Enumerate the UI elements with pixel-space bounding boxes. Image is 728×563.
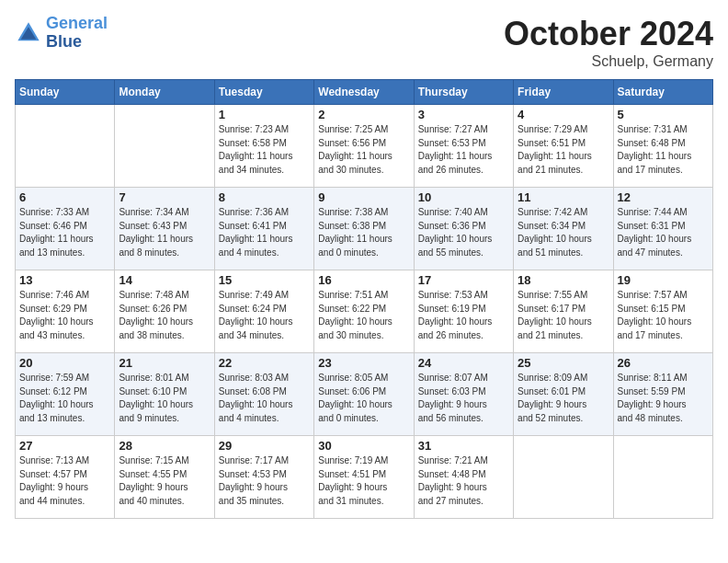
day-info: Sunrise: 7:36 AM Sunset: 6:41 PM Dayligh…: [219, 206, 310, 259]
day-number: 17: [418, 273, 509, 287]
calendar-cell: [514, 436, 613, 519]
day-number: 13: [19, 273, 110, 287]
day-number: 12: [618, 190, 709, 204]
calendar-cell: 17Sunrise: 7:53 AM Sunset: 6:19 PM Dayli…: [414, 270, 513, 353]
calendar-cell: 5Sunrise: 7:31 AM Sunset: 6:48 PM Daylig…: [613, 105, 712, 188]
calendar-cell: 18Sunrise: 7:55 AM Sunset: 6:17 PM Dayli…: [514, 270, 613, 353]
day-info: Sunrise: 7:17 AM Sunset: 4:53 PM Dayligh…: [219, 454, 310, 508]
day-number: 15: [219, 273, 310, 287]
weekday-header: Friday: [514, 80, 613, 105]
day-info: Sunrise: 8:01 AM Sunset: 6:10 PM Dayligh…: [119, 372, 210, 425]
day-number: 25: [518, 356, 609, 370]
location: Schuelp, Germany: [504, 53, 713, 70]
calendar-cell: 26Sunrise: 8:11 AM Sunset: 5:59 PM Dayli…: [613, 353, 712, 436]
day-info: Sunrise: 7:33 AM Sunset: 6:46 PM Dayligh…: [19, 206, 110, 259]
calendar-header: SundayMondayTuesdayWednesdayThursdayFrid…: [16, 80, 713, 105]
day-number: 8: [219, 190, 310, 204]
day-number: 4: [518, 108, 609, 121]
day-info: Sunrise: 7:42 AM Sunset: 6:34 PM Dayligh…: [518, 206, 609, 259]
day-info: Sunrise: 8:03 AM Sunset: 6:08 PM Dayligh…: [219, 372, 310, 425]
day-info: Sunrise: 7:57 AM Sunset: 6:15 PM Dayligh…: [618, 289, 709, 342]
day-number: 19: [618, 273, 709, 287]
day-number: 29: [219, 439, 310, 453]
day-info: Sunrise: 7:49 AM Sunset: 6:24 PM Dayligh…: [219, 289, 310, 342]
day-info: Sunrise: 7:46 AM Sunset: 6:29 PM Dayligh…: [19, 289, 110, 342]
day-number: 14: [119, 273, 210, 287]
day-info: Sunrise: 8:11 AM Sunset: 5:59 PM Dayligh…: [618, 372, 709, 425]
day-info: Sunrise: 7:31 AM Sunset: 6:48 PM Dayligh…: [618, 123, 709, 177]
day-number: 2: [318, 108, 409, 121]
weekday-header: Saturday: [613, 80, 712, 105]
calendar-cell: [613, 436, 712, 519]
calendar-cell: 8Sunrise: 7:36 AM Sunset: 6:41 PM Daylig…: [214, 188, 313, 270]
day-info: Sunrise: 8:09 AM Sunset: 6:01 PM Dayligh…: [518, 372, 609, 425]
day-number: 9: [318, 190, 409, 204]
day-info: Sunrise: 7:13 AM Sunset: 4:57 PM Dayligh…: [19, 454, 110, 508]
calendar-cell: 2Sunrise: 7:25 AM Sunset: 6:56 PM Daylig…: [314, 105, 414, 188]
calendar-cell: 16Sunrise: 7:51 AM Sunset: 6:22 PM Dayli…: [314, 270, 414, 353]
day-number: 23: [318, 356, 409, 370]
calendar-cell: 13Sunrise: 7:46 AM Sunset: 6:29 PM Dayli…: [16, 270, 115, 353]
calendar-cell: 4Sunrise: 7:29 AM Sunset: 6:51 PM Daylig…: [514, 105, 613, 188]
page-header: General Blue October 2024 Schuelp, Germa…: [15, 15, 713, 70]
day-number: 21: [119, 356, 210, 370]
day-info: Sunrise: 7:23 AM Sunset: 6:58 PM Dayligh…: [219, 123, 310, 177]
day-info: Sunrise: 7:55 AM Sunset: 6:17 PM Dayligh…: [518, 289, 609, 342]
calendar-cell: 30Sunrise: 7:19 AM Sunset: 4:51 PM Dayli…: [314, 436, 414, 519]
day-number: 1: [219, 108, 310, 121]
weekday-header: Thursday: [414, 80, 513, 105]
weekday-header: Monday: [115, 80, 214, 105]
calendar-cell: 7Sunrise: 7:34 AM Sunset: 6:43 PM Daylig…: [115, 188, 214, 270]
day-info: Sunrise: 7:25 AM Sunset: 6:56 PM Dayligh…: [318, 123, 409, 177]
calendar-cell: 27Sunrise: 7:13 AM Sunset: 4:57 PM Dayli…: [16, 436, 115, 519]
weekday-header: Wednesday: [314, 80, 414, 105]
day-number: 24: [418, 356, 509, 370]
day-info: Sunrise: 7:21 AM Sunset: 4:48 PM Dayligh…: [418, 454, 509, 508]
calendar-cell: 21Sunrise: 8:01 AM Sunset: 6:10 PM Dayli…: [115, 353, 214, 436]
title-block: October 2024 Schuelp, Germany: [504, 15, 713, 70]
day-number: 28: [119, 439, 210, 453]
calendar-cell: 6Sunrise: 7:33 AM Sunset: 6:46 PM Daylig…: [16, 188, 115, 270]
day-info: Sunrise: 7:59 AM Sunset: 6:12 PM Dayligh…: [19, 372, 110, 425]
day-info: Sunrise: 8:05 AM Sunset: 6:06 PM Dayligh…: [318, 372, 409, 425]
day-number: 27: [19, 439, 110, 453]
calendar-cell: [16, 105, 115, 188]
logo: General Blue: [15, 15, 108, 52]
calendar-cell: 28Sunrise: 7:15 AM Sunset: 4:55 PM Dayli…: [115, 436, 214, 519]
calendar-cell: 9Sunrise: 7:38 AM Sunset: 6:38 PM Daylig…: [314, 188, 414, 270]
calendar-cell: 31Sunrise: 7:21 AM Sunset: 4:48 PM Dayli…: [414, 436, 513, 519]
calendar-cell: 12Sunrise: 7:44 AM Sunset: 6:31 PM Dayli…: [613, 188, 712, 270]
day-number: 31: [418, 439, 509, 453]
day-info: Sunrise: 7:19 AM Sunset: 4:51 PM Dayligh…: [318, 454, 409, 508]
calendar-table: SundayMondayTuesdayWednesdayThursdayFrid…: [15, 79, 713, 519]
day-number: 3: [418, 108, 509, 121]
calendar-cell: 29Sunrise: 7:17 AM Sunset: 4:53 PM Dayli…: [214, 436, 313, 519]
day-info: Sunrise: 7:15 AM Sunset: 4:55 PM Dayligh…: [119, 454, 210, 508]
day-number: 10: [418, 190, 509, 204]
weekday-header: Tuesday: [214, 80, 313, 105]
day-number: 5: [618, 108, 709, 121]
day-info: Sunrise: 7:53 AM Sunset: 6:19 PM Dayligh…: [418, 289, 509, 342]
calendar-cell: 14Sunrise: 7:48 AM Sunset: 6:26 PM Dayli…: [115, 270, 214, 353]
day-info: Sunrise: 7:38 AM Sunset: 6:38 PM Dayligh…: [318, 206, 409, 259]
weekday-header: Sunday: [16, 80, 115, 105]
day-number: 30: [318, 439, 409, 453]
day-info: Sunrise: 7:48 AM Sunset: 6:26 PM Dayligh…: [119, 289, 210, 342]
logo-text: General Blue: [46, 15, 108, 52]
calendar-cell: 3Sunrise: 7:27 AM Sunset: 6:53 PM Daylig…: [414, 105, 513, 188]
calendar-cell: 11Sunrise: 7:42 AM Sunset: 6:34 PM Dayli…: [514, 188, 613, 270]
calendar-cell: 20Sunrise: 7:59 AM Sunset: 6:12 PM Dayli…: [16, 353, 115, 436]
calendar-cell: 22Sunrise: 8:03 AM Sunset: 6:08 PM Dayli…: [214, 353, 313, 436]
calendar-cell: [115, 105, 214, 188]
calendar-cell: 1Sunrise: 7:23 AM Sunset: 6:58 PM Daylig…: [214, 105, 313, 188]
day-info: Sunrise: 7:44 AM Sunset: 6:31 PM Dayligh…: [618, 206, 709, 259]
calendar-cell: 10Sunrise: 7:40 AM Sunset: 6:36 PM Dayli…: [414, 188, 513, 270]
day-number: 11: [518, 190, 609, 204]
logo-icon: [15, 19, 42, 47]
day-number: 22: [219, 356, 310, 370]
day-info: Sunrise: 7:27 AM Sunset: 6:53 PM Dayligh…: [418, 123, 509, 177]
calendar-cell: 15Sunrise: 7:49 AM Sunset: 6:24 PM Dayli…: [214, 270, 313, 353]
day-info: Sunrise: 7:40 AM Sunset: 6:36 PM Dayligh…: [418, 206, 509, 259]
day-number: 6: [19, 190, 110, 204]
day-number: 7: [119, 190, 210, 204]
